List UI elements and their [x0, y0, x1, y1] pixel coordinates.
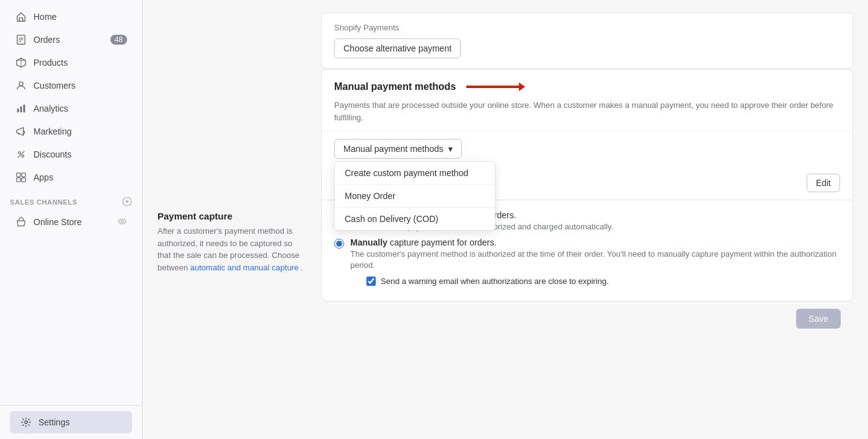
manual-capture-content: Manually capture payment for orders. The… [350, 237, 840, 285]
analytics-icon [15, 102, 27, 115]
manual-title-row: Manual payment methods [334, 79, 840, 94]
sidebar-item-settings-label: Settings [38, 417, 122, 427]
svg-rect-17 [22, 178, 25, 182]
dropdown-item-create-custom[interactable]: Create custom payment method [335, 162, 495, 185]
manual-card-header: Manual payment methods Payments that are… [322, 69, 852, 131]
svg-rect-9 [20, 106, 22, 112]
svg-point-22 [121, 220, 123, 223]
payment-capture-title: Payment capture [157, 211, 306, 221]
orders-icon [15, 33, 27, 46]
sidebar-item-home[interactable]: Home [5, 6, 137, 28]
red-arrow-icon [463, 79, 525, 94]
sidebar-item-apps[interactable]: Apps [5, 166, 137, 188]
customers-icon [15, 79, 27, 92]
svg-rect-10 [24, 105, 25, 113]
sidebar-item-online-store-label: Online Store [33, 217, 111, 227]
manual-dropdown-row: Manual payment methods ▾ Create custom p… [322, 131, 852, 166]
sidebar-item-analytics[interactable]: Analytics [5, 97, 137, 120]
svg-rect-8 [17, 109, 19, 112]
manual-payment-card: Manual payment methods Payments that are… [321, 69, 853, 301]
warning-email-label: Send a warning email when authorizations… [381, 277, 609, 286]
sidebar-item-products[interactable]: Products [5, 51, 137, 74]
sidebar-bottom: Settings [0, 405, 142, 439]
sidebar-item-analytics-label: Analytics [33, 104, 127, 113]
sidebar-item-marketing[interactable]: Marketing [5, 120, 137, 143]
svg-point-21 [118, 219, 126, 224]
manual-payment-description: Payments that are processed outside your… [334, 99, 840, 123]
svg-rect-14 [17, 173, 20, 177]
manual-payment-title: Manual payment methods [334, 81, 456, 92]
manual-payment-dropdown-menu: Create custom payment method Money Order… [334, 161, 495, 231]
edit-button[interactable]: Edit [807, 174, 840, 192]
settings-icon [20, 416, 32, 428]
sidebar-item-marketing-label: Marketing [33, 126, 127, 136]
sidebar-item-apps-label: Apps [33, 172, 127, 182]
sidebar-item-discounts-label: Discounts [33, 149, 127, 159]
products-icon [15, 56, 27, 69]
discounts-icon [15, 148, 27, 161]
svg-rect-16 [17, 178, 20, 182]
dropdown-item-money-order[interactable]: Money Order [335, 185, 495, 208]
svg-point-23 [25, 421, 28, 424]
online-store-icon [15, 216, 27, 228]
svg-rect-15 [22, 173, 25, 177]
warning-email-row: Send a warning email when authorizations… [366, 277, 840, 286]
apps-icon [15, 171, 27, 184]
sidebar-item-customers-label: Customers [33, 81, 127, 91]
sidebar: Home Orders 48 Products Customers [0, 0, 143, 439]
warning-email-checkbox[interactable] [366, 277, 376, 286]
dropdown-chevron-icon: ▾ [448, 144, 453, 154]
manual-capture-option: Manually capture payment for orders. The… [334, 237, 840, 285]
sidebar-item-discounts[interactable]: Discounts [5, 143, 137, 166]
svg-marker-25 [519, 82, 525, 91]
left-column: Payment capture After a customer's payme… [157, 12, 306, 427]
sidebar-item-customers[interactable]: Customers [5, 74, 137, 97]
add-sales-channel-icon[interactable] [122, 197, 132, 208]
sales-channels-section: SALES CHANNELS [0, 189, 142, 210]
page-layout: Payment capture After a customer's payme… [143, 0, 868, 439]
marketing-icon [15, 125, 27, 138]
manual-capture-radio[interactable] [334, 239, 344, 249]
save-button[interactable]: Save [796, 309, 841, 329]
choose-alternative-card: Shopify Payments Choose alternative paym… [321, 12, 853, 69]
dropdown-item-cod[interactable]: Cash on Delivery (COD) [335, 208, 495, 230]
sidebar-item-home-label: Home [33, 12, 127, 22]
payment-capture-left: Payment capture After a customer's payme… [157, 211, 306, 273]
bottom-bar: Save [321, 301, 853, 336]
sidebar-item-orders-label: Orders [33, 35, 104, 45]
svg-point-12 [22, 155, 24, 157]
sidebar-nav: Home Orders 48 Products Customers [0, 0, 142, 405]
online-store-eye-icon[interactable] [117, 216, 127, 228]
right-column: Shopify Payments Choose alternative paym… [321, 12, 853, 427]
home-icon [15, 11, 27, 23]
manual-payment-dropdown[interactable]: Manual payment methods ▾ [334, 139, 462, 159]
sidebar-item-online-store[interactable]: Online Store [5, 211, 137, 233]
payment-capture-desc: After a customer's payment method is aut… [157, 225, 306, 273]
capture-link[interactable]: automatic and manual capture [190, 263, 299, 272]
manual-capture-label: Manually capture payment for orders. [350, 237, 840, 247]
main-content: Payment capture After a customer's payme… [143, 0, 868, 439]
orders-badge: 48 [110, 35, 127, 45]
sidebar-item-orders[interactable]: Orders 48 [5, 29, 137, 51]
svg-point-7 [19, 82, 23, 86]
manual-capture-sublabel: The customer's payment method is authori… [350, 249, 840, 271]
choose-alternative-button[interactable]: Choose alternative payment [334, 38, 461, 58]
shopify-payments-label: Shopify Payments [334, 23, 840, 32]
sidebar-item-products-label: Products [33, 58, 127, 68]
sidebar-item-settings[interactable]: Settings [10, 411, 132, 433]
sales-channels-label: SALES CHANNELS [10, 198, 78, 206]
svg-point-11 [19, 152, 21, 154]
